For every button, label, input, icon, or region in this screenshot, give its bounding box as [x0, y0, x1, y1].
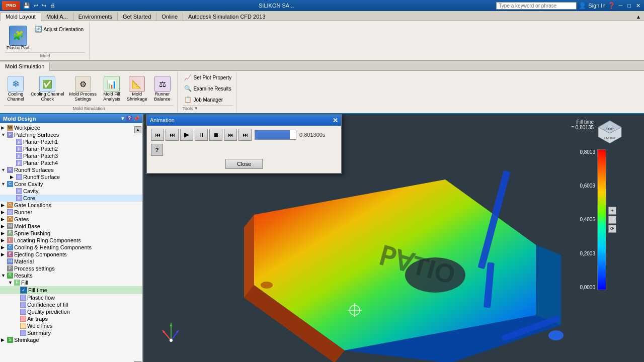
dialog-help-btn[interactable]: ?: [151, 144, 163, 156]
tab-get-started[interactable]: Get Started: [118, 13, 156, 21]
tree-item-shrinkage[interactable]: ▶ S Shrinkage: [0, 336, 142, 343]
orientation-cube[interactable]: TOP FRONT: [596, 118, 624, 146]
tree-item-weld-lines[interactable]: Weld lines: [0, 322, 142, 329]
side-panel-header: Mold Design ▼ ? 📌: [0, 114, 142, 123]
anim-pause-btn[interactable]: ⏸: [195, 129, 208, 141]
job-icon: 📋: [184, 96, 192, 104]
tree-item-runoff-surface[interactable]: ▶ r Runoff Surface: [0, 173, 142, 180]
weld-lines-label: Weld lines: [27, 323, 53, 329]
anim-step-back-btn[interactable]: ⏭: [166, 129, 179, 141]
tree-item-patching-surfaces[interactable]: ▼ P Patching Surfaces: [0, 131, 142, 138]
tree-item-results[interactable]: ▼ R Results: [0, 272, 142, 279]
tab-environments[interactable]: Environments: [73, 13, 118, 21]
mold-shrinkage-btn[interactable]: 📐 MoldShrinkage: [125, 74, 149, 104]
minimize-btn[interactable]: ─: [617, 3, 624, 9]
scale-reset-btn[interactable]: ⟳: [608, 225, 616, 233]
cooling-channel-btn[interactable]: ❄ CoolingChannel: [4, 74, 27, 104]
scale-zoom-in-btn[interactable]: +: [608, 207, 616, 215]
plastic-part-icon: 🧩: [9, 26, 27, 46]
plastic-part-btn[interactable]: 🧩 Plastic Part: [5, 24, 31, 52]
patching-surfaces-label: Patching Surfaces: [14, 132, 59, 138]
tab2-mold-simulation[interactable]: Mold Simulation: [0, 62, 50, 71]
tree-item-ejecting[interactable]: ▶ E Ejecting Components: [0, 251, 142, 258]
tree-item-runner[interactable]: ▶ R Runner: [0, 209, 142, 216]
anim-stop-btn[interactable]: ⏹: [209, 129, 222, 141]
tree-item-process[interactable]: P Process settings: [0, 265, 142, 272]
cooling-icon: ❄: [8, 76, 24, 92]
tree-item-air-traps[interactable]: Air traps: [0, 315, 142, 322]
save-btn[interactable]: 💾: [22, 3, 31, 9]
tree-item-quality[interactable]: Quality prediction: [0, 308, 142, 315]
tree-item-planar4[interactable]: p Planar Patch4: [0, 159, 142, 166]
sign-in-label[interactable]: Sign In: [588, 3, 605, 9]
adjust-orientation-btn[interactable]: 🔄 Adjust Orientation: [33, 24, 86, 34]
ribbon-minimize-icon[interactable]: ▲: [633, 13, 644, 21]
tree-item-locating-ring[interactable]: ▶ L Locating Ring Components: [0, 237, 142, 244]
tree-item-core-cavity[interactable]: ▼ C Core Cavity: [0, 180, 142, 188]
close-window-btn[interactable]: ✕: [634, 3, 642, 9]
examine-results-btn[interactable]: 🔍 Examine Results: [183, 84, 233, 94]
plastic-part-label: Plastic Part: [7, 46, 30, 51]
adjust-label: Adjust Orientation: [44, 27, 84, 32]
tree-item-gate-locations[interactable]: ▶ G Gate Locations: [0, 202, 142, 209]
tree-item-gates[interactable]: ▶ G Gates: [0, 216, 142, 223]
print-btn[interactable]: 🖨: [49, 3, 56, 9]
tab-mold-layout[interactable]: Mold Layout: [0, 12, 41, 21]
set-plot-property-btn[interactable]: 📈 Set Plot Property: [183, 73, 233, 83]
mold-fill-analysis-btn[interactable]: 📊 Mold FillAnalysis: [100, 74, 123, 104]
scroll-up-btn[interactable]: ▲: [134, 126, 141, 133]
tree-item-material[interactable]: M Material: [0, 258, 142, 265]
tools-group-label: Tools ▼: [183, 105, 233, 111]
dialog-close-btn[interactable]: Close: [225, 159, 263, 169]
maximize-btn[interactable]: □: [626, 3, 632, 9]
anim-play-btn[interactable]: ▶: [180, 129, 193, 141]
fill-analysis-icon: 📊: [104, 76, 120, 92]
results-label: Results: [14, 273, 33, 279]
app-menu-btn[interactable]: PRO: [2, 1, 20, 10]
tree-item-workpiece[interactable]: ▶ W Workpiece: [0, 124, 142, 131]
planar1-label: Planar Patch1: [23, 139, 58, 145]
planar2-label: Planar Patch2: [23, 146, 58, 152]
tree-item-cavity[interactable]: c Cavity: [0, 188, 142, 195]
app-title: SILIKON SA...: [56, 3, 496, 9]
help-icon[interactable]: ❓: [608, 2, 615, 9]
ribbon-group-mold-sim: ❄ CoolingChannel ✅ Cooling ChannelCheck …: [1, 72, 178, 112]
anim-step-fwd-btn[interactable]: ⏭: [224, 129, 237, 141]
tree-item-fill[interactable]: ▼ F Fill: [0, 279, 142, 286]
panel-help-icon[interactable]: ?: [126, 116, 132, 121]
tree-item-fill-time[interactable]: ✓ Fill time: [0, 286, 142, 294]
ribbon-group-tools: 📈 Set Plot Property 🔍 Examine Results 📋 …: [180, 72, 237, 112]
scale-zoom-out-btn[interactable]: -: [608, 216, 616, 224]
tab-autodesk-sim[interactable]: Autodesk Simulation CFD 2013: [183, 13, 270, 21]
tree-item-plastic-flow[interactable]: Plastic flow: [0, 294, 142, 301]
tree-item-planar2[interactable]: p Planar Patch2: [0, 145, 142, 152]
cooling-channel-check-btn[interactable]: ✅ Cooling ChannelCheck: [29, 74, 66, 104]
tab-mold-a[interactable]: Mold A...: [41, 13, 73, 21]
dialog-header[interactable]: Animation ✕: [147, 115, 341, 126]
shrinkage-tree-label: Shrinkage: [14, 337, 39, 343]
panel-pin-icon[interactable]: 📌: [133, 116, 139, 121]
dialog-close-icon[interactable]: ✕: [333, 117, 338, 124]
tree-item-cooling-heating[interactable]: ▶ C Cooling & Heating Components: [0, 244, 142, 251]
anim-end-btn[interactable]: ⏭: [238, 129, 252, 141]
tree-item-planar1[interactable]: p Planar Patch1: [0, 138, 142, 145]
tab-online[interactable]: Online: [156, 13, 183, 21]
mold-process-settings-btn[interactable]: ⚙ Mold ProcessSettings: [68, 74, 99, 104]
quick-access-toolbar: 💾 ↩ ↪ 🖨: [22, 3, 56, 9]
tree-item-planar3[interactable]: p Planar Patch3: [0, 152, 142, 159]
viewport: Animation ✕ ⏮ ⏭ ▶ ⏸ ⏹ ⏭ ⏭ 0,801300s: [143, 114, 644, 362]
redo-btn[interactable]: ↪: [41, 3, 47, 9]
tree-item-confidence[interactable]: Confidence of fill: [0, 301, 142, 308]
tree-item-core[interactable]: c Core: [0, 195, 142, 202]
panel-dropdown-icon[interactable]: ▼: [120, 116, 125, 121]
tree-item-sprue-bushing[interactable]: ▶ S Sprue Bushing: [0, 230, 142, 237]
anim-rewind-btn[interactable]: ⏮: [151, 129, 164, 141]
search-input[interactable]: [496, 2, 577, 10]
undo-btn[interactable]: ↩: [33, 3, 39, 9]
tree-item-runoff-surfaces[interactable]: ▼ R Runoff Surfaces: [0, 166, 142, 173]
tree-item-mold-base[interactable]: ▶ M Mold Base: [0, 223, 142, 230]
job-manager-btn[interactable]: 📋 Job Manager: [183, 95, 233, 105]
runner-balance-btn[interactable]: ⚖ RunnerBalance: [151, 74, 174, 104]
anim-progress-bar[interactable]: [255, 130, 296, 140]
tree-item-summary[interactable]: Summary: [0, 329, 142, 336]
